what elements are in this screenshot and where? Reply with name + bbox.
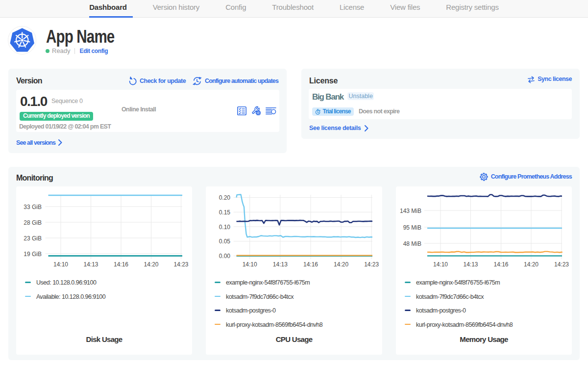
svg-text:14:23: 14:23 — [364, 261, 379, 268]
svg-text:143 MiB: 143 MiB — [400, 208, 421, 214]
svg-text:14:10: 14:10 — [53, 261, 68, 268]
svg-text:14:13: 14:13 — [273, 261, 288, 268]
svg-text:14:10: 14:10 — [433, 261, 448, 268]
svg-text:14:20: 14:20 — [144, 261, 158, 268]
svg-text:0.00: 0.00 — [219, 253, 231, 260]
svg-text:14:13: 14:13 — [463, 261, 478, 268]
svg-text:28 GiB: 28 GiB — [24, 219, 42, 226]
svg-text:14:10: 14:10 — [243, 261, 257, 268]
svg-text:14:20: 14:20 — [524, 261, 539, 268]
svg-text:14:13: 14:13 — [83, 261, 98, 268]
svg-text:0.15: 0.15 — [219, 209, 231, 216]
svg-text:48 MiB: 48 MiB — [403, 240, 421, 247]
svg-text:0.05: 0.05 — [219, 238, 231, 245]
svg-text:14:16: 14:16 — [114, 261, 128, 268]
svg-text:23 GiB: 23 GiB — [24, 235, 42, 242]
svg-text:0.20: 0.20 — [219, 194, 231, 201]
svg-text:14:23: 14:23 — [173, 261, 188, 268]
svg-text:14:16: 14:16 — [303, 261, 318, 268]
svg-text:0.10: 0.10 — [219, 224, 231, 231]
svg-text:14:20: 14:20 — [334, 261, 348, 268]
svg-text:14:16: 14:16 — [493, 261, 508, 268]
svg-text:33 GiB: 33 GiB — [24, 204, 42, 210]
svg-text:95 MiB: 95 MiB — [403, 224, 421, 231]
svg-text:19 GiB: 19 GiB — [24, 251, 42, 258]
svg-text:14:23: 14:23 — [554, 261, 569, 268]
